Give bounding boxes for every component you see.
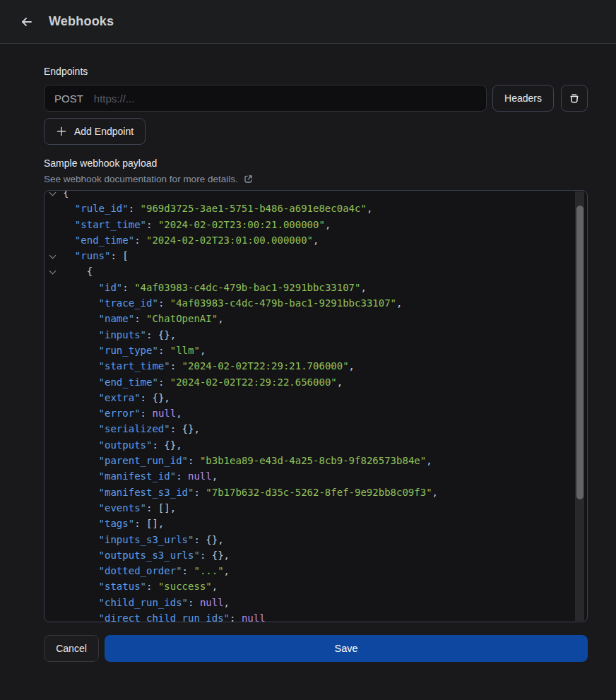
code-line: "direct_child_run_ids": null [45, 610, 587, 622]
gutter [45, 374, 63, 390]
fold-chevron-icon[interactable] [45, 248, 63, 263]
code-line: "parent_run_id": "b3b1ea89-e43d-4a25-8cb… [45, 453, 587, 468]
code-scrollbar-thumb[interactable] [576, 206, 584, 499]
external-link-icon [243, 174, 254, 184]
gutter [45, 390, 63, 405]
fold-chevron-icon[interactable] [45, 190, 63, 201]
code-line: "run_type": "llm", [45, 343, 587, 358]
gutter [45, 595, 63, 610]
gutter [45, 343, 63, 358]
add-endpoint-button[interactable]: Add Endpoint [44, 118, 146, 145]
webhook-docs-link-text: See webhook documentation for more detai… [44, 174, 238, 184]
gutter [45, 201, 63, 216]
trash-icon [568, 92, 581, 105]
gutter [45, 468, 63, 484]
add-endpoint-label: Add Endpoint [74, 126, 134, 137]
code-line: "error": null, [45, 405, 587, 421]
gutter [45, 421, 63, 437]
code-line: "runs": [ [45, 248, 587, 263]
main-content: Endpoints POST Headers Add Endpoint [0, 66, 616, 662]
gutter [45, 516, 63, 531]
footer-actions: Cancel Save [44, 635, 588, 662]
gutter [45, 217, 63, 232]
code-line: "events": [], [45, 500, 587, 516]
code-line: "inputs_s3_urls": {}, [45, 532, 587, 547]
gutter [45, 453, 63, 468]
code-scrollbar-track[interactable] [575, 191, 584, 621]
code-line: "serialized": {}, [45, 421, 587, 437]
gutter [45, 405, 63, 421]
webhook-docs-link[interactable]: See webhook documentation for more detai… [44, 174, 254, 184]
back-button[interactable] [18, 13, 35, 30]
code-line: "status": "success", [45, 579, 587, 594]
headers-button-label: Headers [504, 93, 542, 104]
gutter [45, 437, 63, 453]
code-lines: { "rule_id": "969d3725-3ae1-5751-b486-a6… [45, 190, 587, 622]
arrow-left-icon [20, 15, 34, 29]
endpoint-row: POST Headers [44, 85, 588, 112]
gutter [45, 610, 63, 622]
code-line: "manifest_s3_id": "7b17b632-d35c-5262-8f… [45, 485, 587, 500]
gutter [45, 358, 63, 374]
payload-code-editor[interactable]: { "rule_id": "969d3725-3ae1-5751-b486-a6… [44, 190, 588, 622]
code-line: "rule_id": "969d3725-3ae1-5751-b486-a691… [45, 201, 587, 216]
code-line: "tags": [], [45, 516, 587, 531]
code-line: "dotted_order": "...", [45, 563, 587, 579]
gutter [45, 532, 63, 547]
fold-chevron-icon[interactable] [45, 263, 63, 279]
endpoint-url-field[interactable]: POST [44, 85, 487, 112]
cancel-button[interactable]: Cancel [44, 635, 99, 662]
code-line: "manifest_id": null, [45, 468, 587, 484]
header: Webhooks [0, 0, 616, 44]
code-line: "start_time": "2024-02-02T23:00:21.00000… [45, 217, 587, 232]
gutter [45, 311, 63, 326]
code-line: "end_time": "2024-02-02T22:29:22.656000"… [45, 374, 587, 390]
page-title: Webhooks [49, 14, 114, 29]
headers-button[interactable]: Headers [492, 85, 554, 112]
code-line: "name": "ChatOpenAI", [45, 311, 587, 326]
code-line: "extra": {}, [45, 390, 587, 405]
endpoint-url-input[interactable] [93, 92, 476, 105]
code-line: "trace_id": "4af03983-c4dc-479b-bac1-929… [45, 295, 587, 311]
gutter [45, 500, 63, 516]
code-line: "end_time": "2024-02-02T23:01:00.000000"… [45, 232, 587, 248]
gutter [45, 563, 63, 579]
code-line: "outputs_s3_urls": {}, [45, 547, 587, 563]
http-method-label: POST [54, 93, 83, 105]
payload-label: Sample webhook payload [44, 158, 588, 169]
gutter [45, 232, 63, 248]
gutter [45, 295, 63, 311]
gutter [45, 280, 63, 295]
code-line: "inputs": {}, [45, 327, 587, 343]
delete-endpoint-button[interactable] [561, 85, 588, 112]
gutter [45, 547, 63, 563]
plus-icon [56, 126, 67, 137]
code-line: { [45, 263, 587, 279]
code-line: "child_run_ids": null, [45, 595, 587, 610]
code-line: "outputs": {}, [45, 437, 587, 453]
gutter [45, 485, 63, 500]
code-line: "start_time": "2024-02-02T22:29:21.70600… [45, 358, 587, 374]
endpoints-label: Endpoints [44, 66, 588, 77]
gutter [45, 579, 63, 594]
save-button[interactable]: Save [105, 635, 588, 662]
gutter [45, 327, 63, 343]
code-line: "id": "4af03983-c4dc-479b-bac1-9291bbc33… [45, 280, 587, 295]
code-line: { [45, 190, 587, 201]
